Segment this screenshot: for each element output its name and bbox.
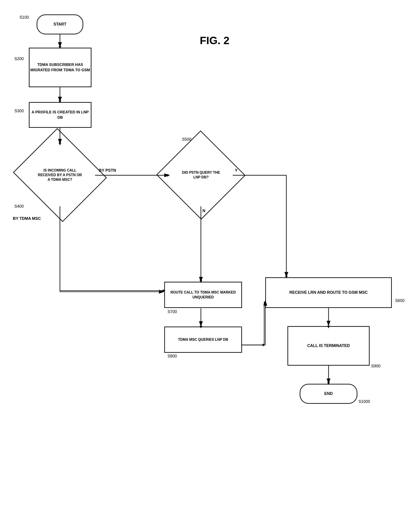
s400-label: S400 [14, 204, 24, 209]
s900-text: CALL IS TERMINATED [307, 343, 350, 349]
s600-shape: RECEIVE LRN AND ROUTE TO GSM MSC [265, 277, 392, 308]
s300-text: A PROFILE IS CREATED IN LNP DB [29, 110, 91, 120]
s800-text: TDMA MSC QUERIES LNP DB [178, 337, 228, 342]
start-shape: START [37, 14, 83, 34]
diagram-container: FIG. 2 [0, 0, 414, 532]
s900-shape: CALL IS TERMINATED [288, 326, 370, 366]
by-pstn-label: BY PSTN [99, 168, 116, 173]
s600-text: RECEIVE LRN AND ROUTE TO GSM MSC [289, 290, 368, 295]
s400-text: IS INCOMING CALL RECEIVED BY A PSTN OR A… [38, 168, 82, 182]
n-label: N [202, 209, 205, 213]
s500-diamond: DID PSTN QUERY THE LNP DB? [156, 131, 246, 220]
s100-label: S100 [19, 15, 29, 20]
s800-shape: TDMA MSC QUERIES LNP DB [164, 327, 242, 353]
s300-label: S300 [14, 109, 24, 113]
s700-text: ROUTE CALL TO TDMA MSC MARKED UNQUERIED [165, 290, 241, 300]
y-label: Y [235, 168, 238, 173]
s600-label: S600 [395, 298, 404, 303]
s500-label: S500 [182, 137, 191, 142]
end-label: END [324, 391, 333, 397]
figure-title: FIG. 2 [200, 34, 229, 47]
s800-label: S800 [168, 354, 177, 359]
s900-label: S900 [371, 364, 380, 369]
end-shape: END [300, 384, 357, 404]
by-tdma-label: BY TDMA MSC [13, 216, 41, 221]
svg-marker-19 [263, 344, 265, 346]
s200-text: TDMA SUBSCRIBER HAS MIGRATED FROM TDMA T… [29, 62, 91, 73]
start-label: START [54, 21, 67, 27]
s300-shape: A PROFILE IS CREATED IN LNP DB [29, 102, 91, 128]
s200-shape: TDMA SUBSCRIBER HAS MIGRATED FROM TDMA T… [29, 48, 91, 87]
s1000-label: S1000 [358, 399, 370, 404]
s700-shape: ROUTE CALL TO TDMA MSC MARKED UNQUERIED [164, 282, 242, 308]
s400-diamond: IS INCOMING CALL RECEIVED BY A PSTN OR A… [13, 128, 107, 222]
s500-text: DID PSTN QUERY THE LNP DB? [181, 170, 221, 180]
s200-label: S200 [14, 57, 24, 61]
s700-label: S700 [168, 310, 177, 314]
